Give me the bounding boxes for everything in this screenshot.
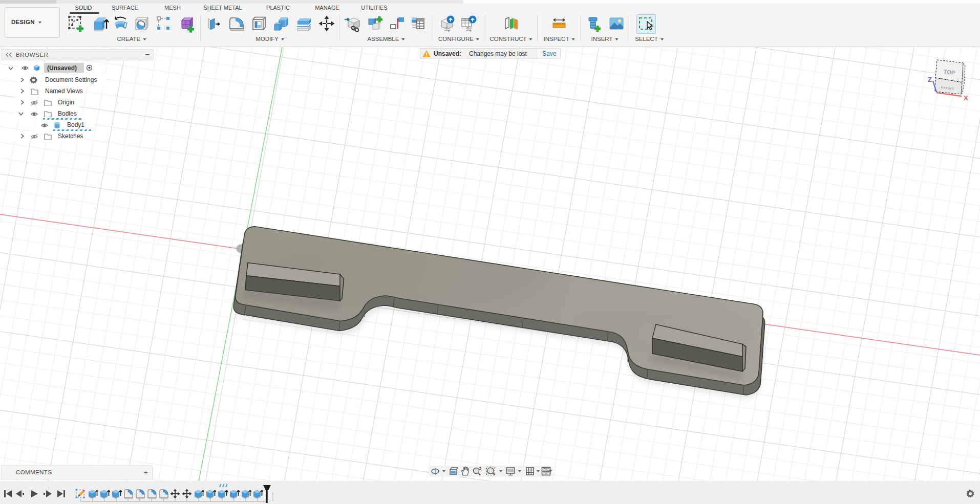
svg-text:Z: Z xyxy=(928,76,932,83)
svg-text:X: X xyxy=(964,94,968,102)
svg-text:TOP: TOP xyxy=(943,69,956,76)
